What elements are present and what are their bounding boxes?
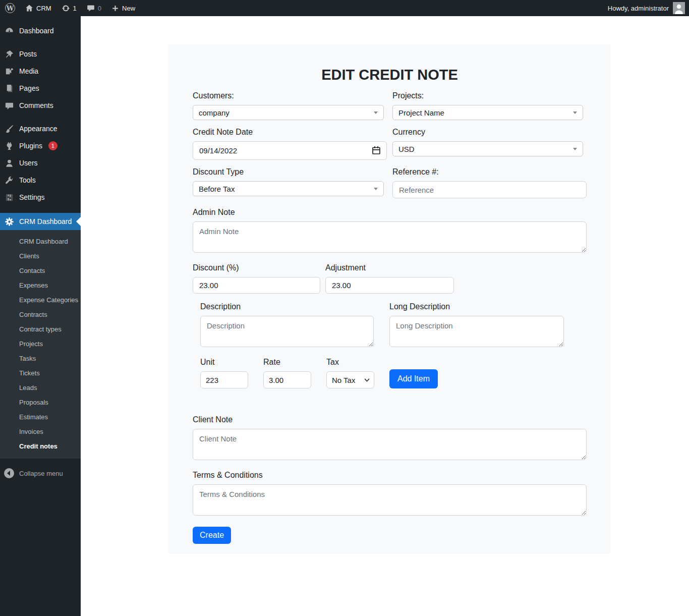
description-label: Description [200, 302, 374, 312]
customers-label: Customers: [193, 91, 384, 101]
new-content-button[interactable]: New [106, 0, 140, 16]
chevron-down-icon [573, 148, 577, 150]
unit-input[interactable] [200, 371, 248, 388]
add-item-button[interactable]: Add Item [389, 369, 438, 388]
admin-bar: W CRM 1 0 New Howdy, administ [0, 0, 689, 16]
admin-sidebar: Dashboard Posts Media Pages Comments App… [0, 16, 81, 616]
sidebar-item-media[interactable]: Media [0, 63, 81, 80]
rate-input[interactable] [263, 371, 311, 388]
terms-textarea[interactable] [193, 484, 587, 516]
crm-submenu: CRM Dashboard Clients Contacts Expenses … [0, 230, 81, 459]
discount-type-value: Before Tax [199, 185, 235, 193]
sidebar-item-settings[interactable]: Settings [0, 189, 81, 206]
user-icon [4, 158, 14, 168]
howdy-text[interactable]: Howdy, administrator [608, 5, 669, 12]
discount-pct-label: Discount (%) [193, 263, 320, 273]
admin-note-label: Admin Note [193, 207, 587, 217]
currency-label: Currency [392, 127, 587, 137]
calendar-icon[interactable] [371, 145, 381, 157]
collapse-menu-button[interactable]: Collapse menu [0, 465, 81, 482]
submenu-item-tasks[interactable]: Tasks [0, 351, 81, 366]
new-label: New [122, 5, 135, 12]
customers-select[interactable]: company [193, 105, 384, 120]
comments-link[interactable]: 0 [82, 0, 106, 16]
main-content: EDIT CREDIT NOTE Customers: company Proj… [81, 16, 689, 616]
submenu-item-clients[interactable]: Clients [0, 249, 81, 263]
create-button[interactable]: Create [193, 527, 231, 544]
sidebar-label: Settings [19, 193, 45, 201]
submenu-item-contracts[interactable]: Contracts [0, 307, 81, 322]
long-description-textarea[interactable] [389, 316, 564, 347]
media-icon [4, 66, 14, 76]
submenu-item-expenses[interactable]: Expenses [0, 278, 81, 293]
submenu-item-projects[interactable]: Projects [0, 337, 81, 351]
submenu-item-credit-notes[interactable]: Credit notes [0, 439, 81, 454]
discount-type-label: Discount Type [193, 167, 384, 177]
tax-select[interactable]: No Tax [326, 371, 374, 388]
sidebar-item-comments[interactable]: Comments [0, 97, 81, 114]
sidebar-item-tools[interactable]: Tools [0, 172, 81, 189]
updates-link[interactable]: 1 [56, 0, 82, 16]
submenu-item-expense-categories[interactable]: Expense Categories [0, 293, 81, 307]
description-textarea[interactable] [200, 316, 374, 347]
rate-label: Rate [263, 357, 311, 367]
updates-count: 1 [73, 5, 77, 12]
wordpress-logo-icon: W [5, 3, 15, 13]
customers-value: company [199, 108, 229, 117]
projects-label: Projects: [392, 91, 587, 101]
sidebar-item-plugins[interactable]: Plugins 1 [0, 137, 81, 154]
avatar[interactable] [673, 2, 685, 14]
tax-value: No Tax [332, 376, 355, 384]
wordpress-menu-button[interactable]: W [0, 0, 20, 16]
long-description-label: Long Description [389, 302, 564, 312]
unit-label: Unit [200, 357, 248, 367]
credit-note-form-card: EDIT CREDIT NOTE Customers: company Proj… [168, 44, 611, 553]
submenu-item-contacts[interactable]: Contacts [0, 263, 81, 278]
sidebar-label: Dashboard [19, 27, 54, 35]
sidebar-item-appearance[interactable]: Appearance [0, 120, 81, 137]
admin-note-textarea[interactable] [193, 221, 587, 253]
sidebar-item-posts[interactable]: Posts [0, 45, 81, 63]
sidebar-item-dashboard[interactable]: Dashboard [0, 22, 81, 39]
adjustment-input[interactable] [325, 277, 454, 294]
projects-select[interactable]: Project Name [392, 105, 583, 120]
chevron-down-icon [364, 378, 370, 382]
sidebar-label: Pages [19, 84, 39, 92]
comment-bubble-icon [87, 4, 95, 12]
sidebar-item-users[interactable]: Users [0, 154, 81, 172]
sidebar-item-crm-dashboard[interactable]: CRM Dashboard [0, 213, 81, 230]
currency-select[interactable]: USD [392, 141, 583, 156]
client-note-textarea[interactable] [193, 429, 587, 460]
comments-count: 0 [98, 5, 101, 12]
reference-input[interactable] [392, 181, 587, 198]
dashboard-icon [4, 26, 14, 36]
collapse-menu-label: Collapse menu [19, 470, 63, 477]
chevron-down-icon [573, 111, 577, 114]
submenu-item-invoices[interactable]: Invoices [0, 424, 81, 439]
site-name-link[interactable]: CRM [20, 0, 56, 16]
sidebar-label: Users [19, 159, 38, 167]
submenu-item-contract-types[interactable]: Contract types [0, 322, 81, 337]
submenu-item-tickets[interactable]: Tickets [0, 366, 81, 380]
discount-pct-input[interactable] [193, 277, 320, 294]
sidebar-item-pages[interactable]: Pages [0, 80, 81, 97]
comment-icon [4, 100, 14, 110]
submenu-item-leads[interactable]: Leads [0, 380, 81, 395]
home-icon [25, 4, 33, 12]
chevron-down-icon [374, 111, 378, 114]
plus-icon [111, 5, 119, 12]
submenu-item-estimates[interactable]: Estimates [0, 410, 81, 424]
currency-value: USD [398, 145, 415, 153]
submenu-item-crm-dashboard[interactable]: CRM Dashboard [0, 234, 81, 249]
sidebar-label: Appearance [19, 125, 58, 133]
item-section: Description Long Description Unit Rate [200, 302, 587, 388]
discount-type-select[interactable]: Before Tax [193, 181, 384, 196]
pages-icon [4, 83, 14, 93]
sidebar-label: Tools [19, 176, 36, 184]
collapse-arrow-icon [4, 468, 14, 478]
tax-label: Tax [326, 357, 374, 367]
wrench-icon [4, 175, 14, 185]
submenu-item-proposals[interactable]: Proposals [0, 395, 81, 410]
updates-icon [62, 4, 70, 13]
credit-note-date-input[interactable] [193, 141, 387, 160]
